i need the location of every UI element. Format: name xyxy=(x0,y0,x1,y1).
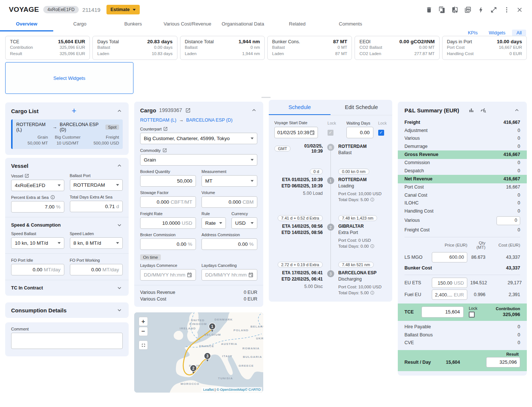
speed-consumption-expand-icon[interactable] xyxy=(116,222,123,228)
cargo-collapse-icon[interactable] xyxy=(251,107,257,113)
export-pdf-icon[interactable] xyxy=(464,6,471,13)
add-cargo-icon[interactable]: + xyxy=(72,108,77,114)
stowage-factor-input[interactable]: 0.000CBFT/MT xyxy=(140,196,196,208)
external-link-icon xyxy=(24,173,29,178)
booked-quantity-input[interactable]: 50,000 xyxy=(140,175,196,187)
waiting-days-lock-checkbox[interactable]: ✓ xyxy=(378,130,384,136)
tce-lock-checkbox[interactable] xyxy=(469,312,475,318)
info-icon xyxy=(370,197,375,202)
cargo-list-collapse-icon[interactable] xyxy=(116,108,123,114)
waiting-days-input[interactable]: 0.00 xyxy=(346,127,373,138)
tab-various-cost-revenue[interactable]: Various Cost/Revenue xyxy=(160,18,215,31)
rule-select[interactable]: Rate xyxy=(201,217,226,229)
cargo-open-icon[interactable] xyxy=(185,108,191,113)
select-widgets-box[interactable]: Select Widgets xyxy=(5,62,133,94)
filter-widgets[interactable]: Widgets xyxy=(484,30,510,36)
map-zoom-out-button[interactable]: − xyxy=(139,327,148,336)
svg-text:UKRAINE: UKRAINE xyxy=(256,337,263,340)
various-cost-input[interactable]: 0 xyxy=(497,216,520,225)
days-extra-input[interactable]: 0.71d xyxy=(70,201,123,212)
start-date-lock-checkbox[interactable]: ✓ xyxy=(328,130,333,136)
carto-link[interactable]: © CARTO xyxy=(245,387,261,391)
cargo-list-item[interactable]: ROTTERDAM (L) → BARCELONA ESP (D) Spot G… xyxy=(11,119,123,149)
tab-cargo[interactable]: Cargo xyxy=(53,18,106,31)
close-icon[interactable] xyxy=(516,6,523,13)
leaflet-link[interactable]: Leaflet xyxy=(203,387,214,391)
destination-port-link[interactable]: BARCELONA ESP (D) xyxy=(186,118,233,123)
duplicate-icon[interactable] xyxy=(438,6,445,13)
calendar-icon[interactable] xyxy=(248,272,254,278)
calendar-icon[interactable] xyxy=(309,130,315,135)
tab-related[interactable]: Related xyxy=(271,18,324,31)
result-input[interactable]: 325,096 xyxy=(486,357,520,367)
vessel-select[interactable]: 4xRoEeE1FD xyxy=(11,180,64,191)
estimate-button[interactable]: Estimate xyxy=(106,5,140,14)
svg-text:IRELAND: IRELAND xyxy=(180,327,196,330)
filter-all[interactable]: All xyxy=(512,30,526,36)
svg-text:POLAND: POLAND xyxy=(234,329,249,332)
filter-kpis[interactable]: KPIs xyxy=(464,30,482,36)
vessel-collapse-icon[interactable] xyxy=(116,162,123,169)
fueleu-price-input[interactable]: 2,400....EUR xyxy=(432,289,467,300)
voyage-start-date-input[interactable]: 01/02/25 10:39 xyxy=(274,127,318,138)
delete-icon[interactable] xyxy=(425,6,433,13)
tab-schedule[interactable]: Schedule xyxy=(269,100,331,115)
freight-rate-input[interactable]: 10.0000USD xyxy=(140,217,196,229)
speed-laden-select[interactable]: 8 kn, 8 MT/d xyxy=(70,237,123,249)
broker-commission-input[interactable]: 0.00% xyxy=(140,238,196,250)
lsmgo-price-input[interactable]: 600.00 xyxy=(432,252,467,262)
counterpart-select[interactable]: Big Customer, Charterer, 45999, Tokyo xyxy=(140,133,257,144)
consumption-details-expand-icon[interactable] xyxy=(116,307,123,313)
tc-in-contract-section[interactable]: TC In Contract xyxy=(11,285,123,291)
left-column: Cargo List + ROTTERDAM (L) → BARCELONA E… xyxy=(5,102,129,356)
dropdown-caret-icon xyxy=(58,242,61,244)
origin-port-link[interactable]: ROTTERDAM (L) xyxy=(140,118,176,123)
tab-overview[interactable]: Overview xyxy=(0,18,53,31)
speed-ballast-select[interactable]: 10 kn, 10 MT/d xyxy=(11,237,64,249)
more-options-icon[interactable] xyxy=(503,6,510,13)
fo-port-idle-input[interactable]: 0.00MT/day xyxy=(11,264,64,275)
comment-textarea[interactable] xyxy=(11,333,123,349)
dropdown-caret-icon xyxy=(116,242,119,244)
tab-organisational-data[interactable]: Organisational Data xyxy=(215,18,271,31)
map-zoom-in-button[interactable]: + xyxy=(139,317,148,326)
layout-drag-handle[interactable] xyxy=(261,97,271,98)
dropdown-caret-icon xyxy=(219,222,222,224)
fo-port-working-input[interactable]: 0.00MT/day xyxy=(70,264,123,275)
route-arrow-icon: → xyxy=(179,118,184,123)
osm-link[interactable]: © OpenStreetMap xyxy=(217,387,245,391)
expand-icon[interactable] xyxy=(490,6,497,13)
measurement-select[interactable]: MT xyxy=(201,175,257,187)
map-fullscreen-button[interactable] xyxy=(139,340,148,350)
commodity-select[interactable]: Grain xyxy=(140,154,257,166)
ballast-port-select[interactable]: ROTTERDAM xyxy=(70,179,123,191)
pnl-collapse-icon[interactable] xyxy=(514,107,520,113)
speed-consumption-section[interactable]: Speed & Consumption xyxy=(11,222,123,228)
info-icon xyxy=(370,291,375,295)
days-extra-label: Total Days Extra At Sea xyxy=(70,195,123,199)
pnl-row-canal-cost: Canal Cost0 xyxy=(398,191,527,200)
euets-price-input[interactable]: 150.00USD xyxy=(432,278,467,288)
quick-actions-icon[interactable] xyxy=(477,6,484,13)
laydays-cancelling-input[interactable]: DD/MM/YY hh:mm xyxy=(201,269,257,281)
tab-bunkers[interactable]: Bunkers xyxy=(106,18,160,31)
tab-comments[interactable]: Comments xyxy=(324,18,377,31)
bar-chart-icon[interactable] xyxy=(468,107,475,113)
svg-text:ROMANIA: ROMANIA xyxy=(243,347,260,350)
lock-label: Lock xyxy=(328,121,336,125)
gmt-badge: GMT xyxy=(274,146,291,152)
currency-select[interactable]: USD xyxy=(231,217,257,229)
analytics-search-icon[interactable] xyxy=(480,107,487,113)
start-date-lock-field: Lock ✓ xyxy=(328,121,336,138)
volume-input[interactable]: 0.000CBM xyxy=(201,196,257,208)
percent-extra-input[interactable]: 7.00% xyxy=(11,201,64,213)
calendar-icon[interactable] xyxy=(187,272,192,278)
address-commission-input[interactable]: 0.00% xyxy=(201,238,257,250)
tc-in-contract-expand-icon[interactable] xyxy=(116,285,123,291)
tce-input[interactable]: 15,604 xyxy=(421,306,464,318)
route-map[interactable]: UNITED KINGDOM IRELAND DENMARK BELARUS P… xyxy=(134,312,263,393)
compare-icon[interactable] xyxy=(451,6,458,13)
tab-edit-schedule[interactable]: Edit Schedule xyxy=(331,100,392,115)
laydays-commence-input[interactable]: DD/MM/YY hh:mm xyxy=(140,269,196,281)
result-row: Result Result / Day 15,604 325,096 xyxy=(398,350,527,371)
